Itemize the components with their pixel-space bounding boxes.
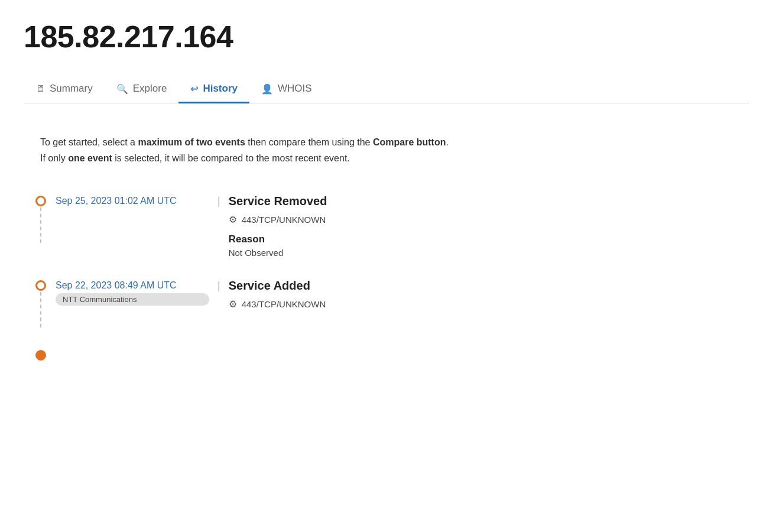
event-date-2[interactable]: Sep 22, 2023 08:49 AM UTC [56, 279, 209, 291]
service-row-2: ⚙ 443/TCP/UNKNOWN [229, 299, 749, 310]
person-icon: 👤 [261, 83, 273, 95]
tab-whois-label: WHOIS [278, 83, 312, 95]
binoculars-icon: 🔍 [116, 83, 128, 95]
tab-whois[interactable]: 👤 WHOIS [249, 76, 324, 103]
service-value-1: 443/TCP/UNKNOWN [242, 215, 326, 225]
event-item: Sep 25, 2023 01:02 AM UTC | Service Remo… [35, 194, 749, 258]
tab-history[interactable]: ↩ History [178, 76, 249, 103]
service-value-2: 443/TCP/UNKNOWN [242, 299, 326, 309]
info-message: To get started, select a maximum of two … [24, 122, 749, 178]
timeline: Sep 25, 2023 01:02 AM UTC | Service Remo… [24, 194, 749, 361]
event-content-1: Sep 25, 2023 01:02 AM UTC | Service Remo… [56, 194, 749, 258]
service-row-1: ⚙ 443/TCP/UNKNOWN [229, 214, 749, 225]
timeline-end-dot [35, 350, 46, 361]
tab-explore-label: Explore [133, 83, 167, 95]
tab-bar: 🖥 Summary 🔍 Explore ↩ History 👤 WHOIS [24, 76, 749, 103]
history-icon: ↩ [190, 83, 198, 95]
event-title-1: Service Removed [229, 194, 749, 208]
tab-summary[interactable]: 🖥 Summary [24, 76, 105, 103]
tab-history-label: History [203, 83, 238, 95]
gear-icon-2: ⚙ [229, 299, 237, 310]
reason-value-1: Not Observed [229, 248, 749, 258]
tag-badge-2: NTT Communications [56, 293, 209, 306]
timeline-dot-col-1 [35, 194, 46, 243]
gear-icon-1: ⚙ [229, 214, 237, 225]
monitor-icon: 🖥 [35, 83, 45, 94]
event-item-2: Sep 22, 2023 08:49 AM UTC NTT Communicat… [35, 279, 749, 327]
event-date-1[interactable]: Sep 25, 2023 01:02 AM UTC [56, 194, 209, 206]
timeline-connector-2 [40, 292, 41, 327]
event-dot-1[interactable] [35, 196, 46, 206]
timeline-end-dot-row [35, 349, 749, 361]
event-separator-1: | [217, 194, 220, 207]
ip-address: 185.82.217.164 [24, 19, 749, 54]
event-title-2: Service Added [229, 279, 749, 293]
event-content-2: Sep 22, 2023 08:49 AM UTC NTT Communicat… [56, 279, 749, 318]
event-dot-2[interactable] [35, 280, 46, 291]
reason-label-1: Reason [229, 233, 749, 245]
event-details-1: Service Removed ⚙ 443/TCP/UNKNOWN Reason… [229, 194, 749, 258]
tab-summary-label: Summary [50, 83, 93, 95]
event-separator-2: | [217, 279, 220, 292]
timeline-connector-1 [40, 207, 41, 243]
timeline-dot-col-2 [35, 279, 46, 327]
tab-explore[interactable]: 🔍 Explore [105, 76, 179, 103]
event-details-2: Service Added ⚙ 443/TCP/UNKNOWN [229, 279, 749, 318]
